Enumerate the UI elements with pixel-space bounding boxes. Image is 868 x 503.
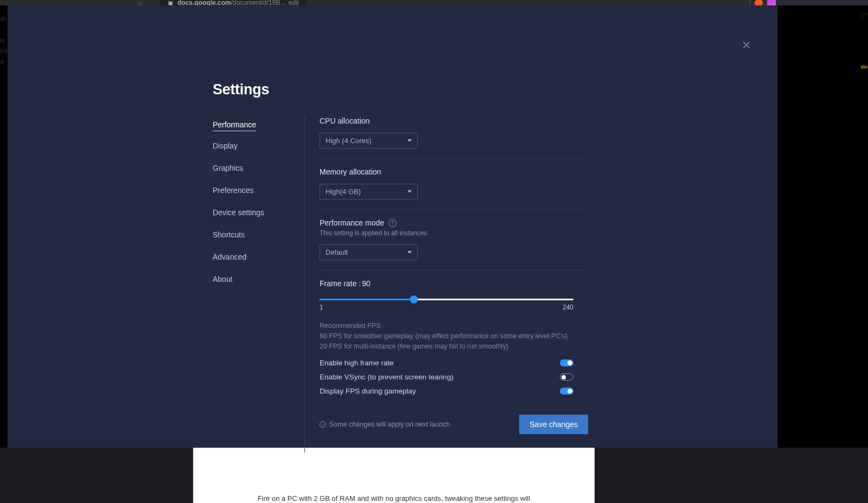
sidebar-item-shortcuts[interactable]: Shortcuts	[213, 228, 245, 242]
performance-mode-label: Performance mode	[320, 218, 384, 227]
display-fps-toggle[interactable]	[560, 388, 573, 395]
enable-high-frame-rate-label: Enable high frame rate	[320, 359, 394, 367]
enable-high-frame-rate-toggle[interactable]	[560, 359, 573, 366]
sidebar-item-device-settings[interactable]: Device settings	[213, 205, 264, 220]
sidebar-item-preferences[interactable]: Preferences	[213, 183, 253, 198]
cpu-allocation-value: High (4 Cores)	[326, 137, 372, 145]
memory-allocation-label: Memory allocation	[320, 167, 588, 176]
close-button[interactable]	[741, 40, 752, 50]
main-panel: CPU allocation High (4 Cores) Memory all…	[305, 117, 588, 453]
close-icon	[743, 41, 750, 49]
performance-mode-sub: This setting is applied to all instances	[320, 229, 588, 237]
performance-mode-value: Default	[326, 248, 348, 256]
help-icon[interactable]: ?	[388, 219, 397, 227]
background-browser-chrome: ☆ ▣ docs.google.com/document/d/19B… edit	[0, 0, 868, 5]
save-changes-button[interactable]: Save changes	[519, 415, 588, 434]
chevron-down-icon	[407, 190, 412, 193]
performance-mode-select[interactable]: Default	[320, 244, 418, 260]
info-icon: i	[320, 421, 326, 428]
slider-fill	[320, 299, 414, 300]
sidebar-item-performance[interactable]: Performance	[213, 118, 256, 131]
recommended-fps-title: Recommended FPS	[320, 321, 573, 331]
display-fps-label: Display FPS during gameplay	[320, 387, 416, 395]
chevron-down-icon	[407, 139, 412, 142]
pencil-icon: ✎	[858, 61, 868, 74]
frame-rate-label-prefix: Frame rate :	[320, 279, 361, 288]
settings-sidebar: Performance Display Graphics Preferences…	[213, 117, 305, 453]
recommended-fps-body: 60 FPS for smoother gameplay (may effect…	[320, 331, 573, 352]
page-title: Settings	[213, 81, 588, 98]
frame-rate-slider[interactable]	[320, 299, 573, 300]
frame-rate-value: 90	[362, 279, 371, 288]
background-left-strip: de le Edi A	[0, 11, 8, 69]
enable-vsync-label: Enable VSync (to prevent screen tearing)	[320, 373, 454, 381]
chevron-down-icon	[407, 251, 412, 254]
cpu-allocation-select[interactable]: High (4 Cores)	[320, 133, 418, 149]
enable-vsync-toggle[interactable]	[560, 373, 573, 381]
memory-allocation-select[interactable]: High(4 GB)	[320, 184, 418, 199]
background-right-text: (IV	[860, 12, 868, 18]
settings-modal: Settings Performance Display Graphics Pr…	[8, 5, 777, 448]
restart-notice: Some changes will apply on next launch	[329, 421, 450, 428]
cpu-allocation-label: CPU allocation	[320, 117, 588, 125]
sidebar-item-advanced[interactable]: Advanced	[213, 250, 246, 265]
slider-min: 1	[320, 304, 323, 311]
sidebar-item-graphics[interactable]: Graphics	[213, 161, 243, 176]
sidebar-item-about[interactable]: About	[213, 272, 233, 287]
slider-thumb[interactable]	[410, 295, 418, 304]
background-bottom: Fire on a PC with 2 GB of RAM and with n…	[0, 448, 868, 503]
memory-allocation-value: High(4 GB)	[326, 188, 361, 196]
background-article-text: Fire on a PC with 2 GB of RAM and with n…	[193, 448, 595, 503]
slider-max: 240	[563, 304, 573, 311]
sidebar-item-display[interactable]: Display	[213, 139, 238, 153]
